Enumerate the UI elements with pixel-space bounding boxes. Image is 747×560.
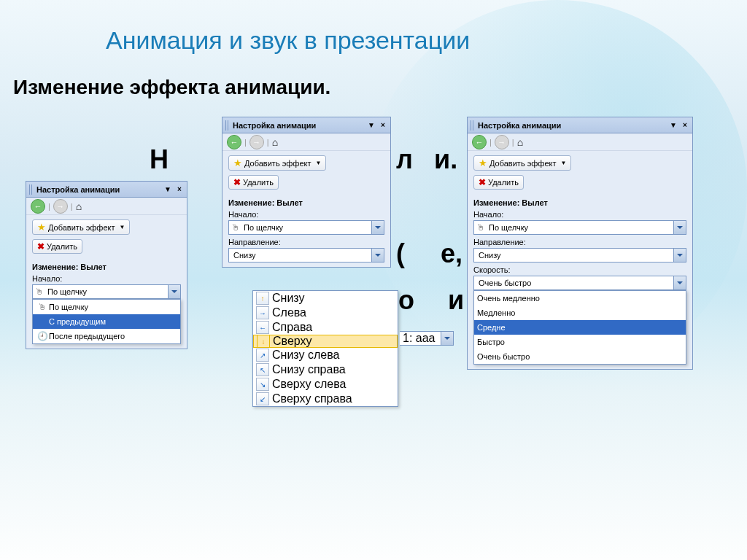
panel-nav: ← | → | ⌂ (222, 133, 390, 151)
start-combo[interactable]: 🖱 По щелчку (473, 220, 686, 235)
direction-option[interactable]: ↓Сверху (253, 335, 398, 348)
panel-header: Настройка анимации ▼ × (468, 117, 692, 133)
start-option[interactable]: 🕘 После предыдущего (33, 329, 180, 343)
close-icon[interactable]: × (379, 121, 387, 130)
start-combo-value: По щелчку (242, 223, 371, 232)
add-effect-label: Добавить эффект (489, 159, 556, 168)
option-label: Снизу слева (272, 349, 339, 362)
menu-dropdown-icon[interactable]: ▼ (669, 121, 678, 130)
grip-icon (225, 120, 230, 131)
mouse-icon: 🖱 (229, 222, 242, 233)
option-label: Слева (272, 306, 306, 319)
arrow-se-icon: ↘ (260, 381, 266, 389)
direction-label: Направление: (228, 238, 384, 246)
add-effect-button[interactable]: ★ Добавить эффект ▼ (32, 219, 130, 235)
add-effect-button[interactable]: ★ Добавить эффект ▼ (473, 155, 571, 171)
speed-option[interactable]: Очень медленно (474, 291, 686, 306)
bg-text-frag: о (398, 285, 414, 316)
option-label: С предыдущим (49, 317, 106, 326)
direction-combo[interactable]: Снизу (473, 248, 686, 262)
bg-text-frag: е, (441, 238, 462, 269)
combo-arrow-icon[interactable] (673, 249, 686, 262)
speed-label: Скорость: (473, 265, 686, 274)
direction-option[interactable]: ↑Снизу (253, 291, 398, 306)
add-effect-label: Добавить эффект (244, 159, 311, 168)
start-combo[interactable]: 🖱 По щелчку (228, 220, 384, 235)
star-icon: ★ (37, 222, 46, 233)
start-option[interactable]: С предыдущим (33, 314, 180, 329)
speed-combo[interactable]: Очень быстро (473, 276, 686, 290)
nav-forward-icon[interactable]: → (53, 199, 68, 214)
mouse-icon: 🖱 (36, 302, 49, 312)
bg-text-frag: и. (434, 144, 457, 175)
nav-sep: | (489, 138, 492, 147)
panel-title: Настройка анимации (478, 121, 561, 130)
option-label: После предыдущего (49, 332, 125, 341)
option-label: Сверху слева (272, 378, 346, 391)
delete-label: Удалить (243, 178, 274, 187)
arrow-nw-icon: ↖ (260, 366, 266, 374)
close-icon[interactable]: × (681, 121, 689, 130)
nav-back-icon[interactable]: ← (227, 135, 241, 149)
combo-arrow-icon[interactable] (673, 221, 686, 234)
option-label: Снизу (272, 292, 304, 305)
direction-option[interactable]: ↖Снизу справа (253, 362, 398, 377)
panel-header: Настройка анимации ▼ × (222, 117, 390, 133)
nav-home-icon[interactable]: ⌂ (272, 136, 278, 148)
delete-x-icon: ✖ (37, 241, 44, 252)
start-combo[interactable]: 🖱 По щелчку (32, 284, 181, 299)
close-icon[interactable]: × (175, 185, 184, 194)
menu-dropdown-icon[interactable]: ▼ (367, 121, 376, 130)
effect-item-combo[interactable]: 1: aaa (400, 331, 454, 346)
start-option[interactable]: 🖱 По щелчку (33, 300, 180, 314)
direction-combo[interactable]: Снизу (228, 248, 384, 262)
combo-arrow-icon[interactable] (168, 285, 180, 298)
arrow-sw-icon: ↙ (260, 395, 266, 403)
direction-option[interactable]: ↘Сверху слева (253, 377, 398, 392)
direction-option[interactable]: ↗Снизу слева (253, 348, 398, 362)
nav-back-icon[interactable]: ← (472, 135, 487, 149)
bg-text-frag: ( (396, 238, 405, 269)
start-combo-value: По щелчку (46, 287, 168, 296)
start-label: Начало: (32, 274, 181, 283)
arrow-down-icon: ↓ (262, 338, 266, 346)
nav-sep: | (512, 138, 514, 147)
arrow-up-icon: ↑ (261, 295, 265, 303)
direction-option[interactable]: ↙Сверху справа (253, 392, 398, 406)
option-label: Быстро (477, 338, 505, 346)
nav-home-icon[interactable]: ⌂ (76, 201, 82, 212)
nav-forward-icon[interactable]: → (249, 135, 264, 149)
combo-arrow-icon[interactable] (441, 332, 453, 345)
bg-text-frag: л (396, 144, 413, 175)
delete-button[interactable]: ✖ Удалить (32, 239, 82, 254)
chevron-down-icon: ▼ (119, 224, 125, 230)
nav-home-icon[interactable]: ⌂ (517, 136, 523, 148)
speed-options-list: Очень медленно Медленно Средне Быстро Оч… (473, 290, 686, 365)
nav-forward-icon[interactable]: → (495, 135, 509, 149)
combo-arrow-icon[interactable] (371, 221, 384, 234)
panel-nav: ← | → | ⌂ (26, 198, 187, 215)
speed-option[interactable]: Быстро (474, 335, 686, 349)
combo-arrow-icon[interactable] (673, 276, 686, 289)
add-effect-button[interactable]: ★ Добавить эффект ▼ (228, 155, 326, 171)
nav-sep: | (48, 202, 50, 211)
speed-option[interactable]: Средне (474, 320, 686, 335)
direction-option[interactable]: →Слева (253, 306, 398, 320)
option-label: Очень медленно (477, 294, 540, 303)
arrow-left-icon: ← (259, 324, 266, 332)
delete-button[interactable]: ✖ Удалить (228, 175, 279, 190)
option-label: Сверху (273, 335, 312, 348)
chevron-down-icon: ▼ (560, 160, 566, 166)
nav-back-icon[interactable]: ← (31, 199, 45, 214)
speed-option[interactable]: Очень быстро (474, 349, 686, 364)
menu-dropdown-icon[interactable]: ▼ (163, 185, 172, 194)
animation-panel-speed: Настройка анимации ▼ × ← | → | ⌂ ★ Добав… (467, 117, 693, 370)
mouse-icon: 🖱 (33, 287, 46, 297)
nav-sep: | (267, 138, 269, 147)
direction-option[interactable]: ←Справа (253, 320, 398, 335)
delete-button[interactable]: ✖ Удалить (473, 175, 524, 190)
speed-option[interactable]: Медленно (474, 306, 686, 320)
combo-arrow-icon[interactable] (371, 249, 384, 262)
start-label: Начало: (473, 210, 686, 219)
add-effect-label: Добавить эффект (48, 223, 115, 232)
